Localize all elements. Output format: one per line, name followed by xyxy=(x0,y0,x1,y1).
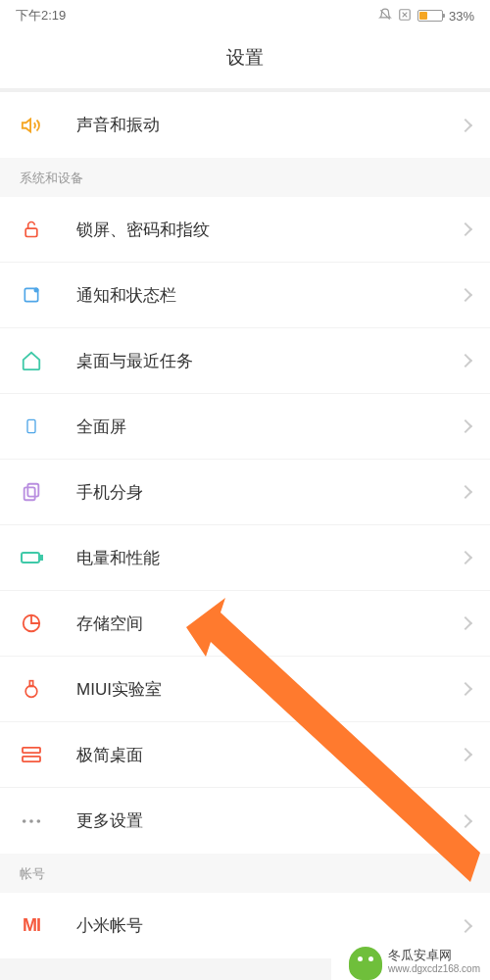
watermark-title: 冬瓜安卓网 xyxy=(388,948,480,963)
item-label: 极简桌面 xyxy=(76,744,461,766)
item-miui[interactable]: MIUI实验室 xyxy=(0,657,490,722)
item-notif[interactable]: 通知和状态栏 xyxy=(0,263,490,328)
item-full[interactable]: 全面屏 xyxy=(0,394,490,460)
watermark: 冬瓜安卓网 www.dgxcdz168.com xyxy=(331,941,490,980)
svg-point-10 xyxy=(25,686,37,698)
svg-rect-7 xyxy=(22,553,39,563)
item-label: 存储空间 xyxy=(76,612,461,635)
svg-point-3 xyxy=(34,288,39,293)
svg-rect-8 xyxy=(40,556,42,560)
phone-icon xyxy=(20,415,43,438)
grid-icon xyxy=(20,743,43,766)
section-title-account: 帐号 xyxy=(0,854,490,893)
chevron-right-icon xyxy=(459,222,472,236)
chevron-right-icon xyxy=(459,551,472,564)
item-label: 锁屏、密码和指纹 xyxy=(76,219,461,241)
section-title-system: 系统和设备 xyxy=(0,158,490,197)
chevron-right-icon xyxy=(459,354,472,368)
item-label: MIUI实验室 xyxy=(76,678,461,701)
clone-icon xyxy=(20,480,43,504)
item-label: 电量和性能 xyxy=(76,547,461,569)
storage-icon xyxy=(20,612,43,635)
item-label: 小米帐号 xyxy=(76,914,461,937)
svg-point-16 xyxy=(37,819,41,823)
svg-rect-6 xyxy=(24,487,35,500)
flask-icon xyxy=(20,677,43,701)
item-battery[interactable]: 电量和性能 xyxy=(0,525,490,591)
chevron-right-icon xyxy=(459,748,472,761)
item-clone[interactable]: 手机分身 xyxy=(0,460,490,525)
battery-perf-icon xyxy=(20,546,43,569)
item-label: 桌面与最近任务 xyxy=(76,350,461,372)
svg-point-14 xyxy=(23,819,26,823)
section-system: 锁屏、密码和指纹 通知和状态栏 桌面与最近任务 全面屏 手机分身 电量和性能 xyxy=(0,197,490,854)
item-more[interactable]: 更多设置 xyxy=(0,788,490,854)
chevron-right-icon xyxy=(459,616,472,630)
battery-percent: 33% xyxy=(449,9,474,24)
item-simple[interactable]: 极简桌面 xyxy=(0,722,490,788)
item-label: 声音和振动 xyxy=(76,114,461,136)
page-title: 设置 xyxy=(0,31,490,88)
battery-icon xyxy=(417,10,443,22)
chevron-right-icon xyxy=(459,918,472,932)
chevron-right-icon xyxy=(459,813,472,827)
item-label: 更多设置 xyxy=(76,809,461,832)
item-label: 全面屏 xyxy=(76,416,461,438)
status-time: 下午2:19 xyxy=(16,7,66,24)
lock-icon xyxy=(20,218,43,241)
chevron-right-icon xyxy=(459,485,472,499)
chevron-right-icon xyxy=(459,419,472,433)
section-top: 声音和振动 xyxy=(0,92,490,158)
item-label: 通知和状态栏 xyxy=(76,284,461,307)
svg-rect-12 xyxy=(23,748,40,753)
svg-rect-5 xyxy=(27,484,38,497)
item-sound[interactable]: 声音和振动 xyxy=(0,92,490,158)
mi-icon: MI xyxy=(20,914,43,938)
watermark-url: www.dgxcdz168.com xyxy=(388,963,480,975)
status-right: 33% xyxy=(378,8,474,24)
status-bar: 下午2:19 33% xyxy=(0,0,490,31)
more-icon xyxy=(20,809,43,833)
item-lock[interactable]: 锁屏、密码和指纹 xyxy=(0,197,490,263)
mascot-icon xyxy=(349,947,382,980)
item-desktop[interactable]: 桌面与最近任务 xyxy=(0,328,490,394)
home-icon xyxy=(20,349,43,372)
item-storage[interactable]: 存储空间 xyxy=(0,591,490,657)
svg-rect-13 xyxy=(23,757,40,761)
dnd-icon xyxy=(378,8,392,24)
chevron-right-icon xyxy=(459,682,472,696)
svg-point-15 xyxy=(29,819,33,823)
close-box-icon xyxy=(398,8,412,24)
volume-icon xyxy=(20,114,43,137)
chevron-right-icon xyxy=(459,288,472,302)
notification-icon xyxy=(20,283,43,307)
chevron-right-icon xyxy=(459,118,472,131)
svg-rect-4 xyxy=(27,419,35,432)
svg-rect-1 xyxy=(25,228,37,236)
item-label: 手机分身 xyxy=(76,481,461,504)
